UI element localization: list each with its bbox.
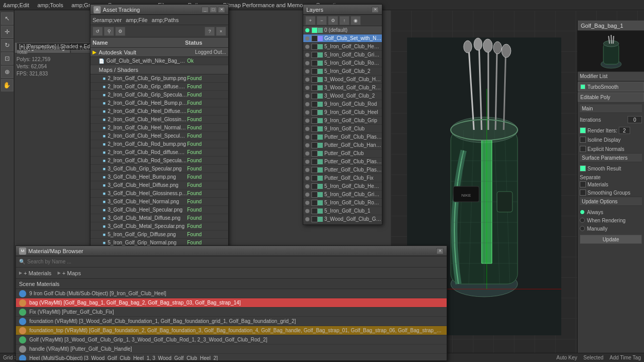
layer-cb-5[interactable] bbox=[311, 68, 318, 74]
layer-cb-14[interactable] bbox=[311, 142, 318, 148]
layer-cb-21[interactable] bbox=[311, 200, 318, 206]
close-btn[interactable]: ✕ bbox=[218, 7, 225, 13]
layer-cb-2[interactable] bbox=[311, 44, 318, 50]
mat-row-5[interactable]: Golf (VRayMtl) [3_Wood_Golf_Club_Grip_1,… bbox=[16, 335, 447, 345]
file-row-3[interactable]: ■ 2_Iron_Golf_Club_Heel_Bump.png Found bbox=[90, 99, 228, 107]
file-row-7[interactable]: ■ 2_Iron_Golf_Club_Heel_Specular.png Fou… bbox=[90, 132, 228, 140]
mat-row-7[interactable]: Heel (Multi/Sub-Object) [3_Wood_Golf_Clu… bbox=[16, 354, 447, 360]
explicit-cb[interactable] bbox=[580, 146, 586, 152]
layer-toggle-13[interactable] bbox=[318, 135, 323, 140]
layer-row-23[interactable]: 3_Wood_Golf_Club_Grip_1 bbox=[303, 215, 382, 223]
menu-amppaths[interactable]: amp;Paths bbox=[152, 17, 179, 23]
file-row-13[interactable]: ■ 3_Golf_Club_Heel_Diffuse.png Found bbox=[90, 181, 228, 189]
layer-row-11[interactable]: 9_Iron_Golf_Club_Grip bbox=[303, 117, 382, 125]
layer-cb-3[interactable] bbox=[311, 52, 318, 58]
layer-cb-22[interactable] bbox=[311, 208, 318, 214]
mat-row-3[interactable]: foundation (VRayMtl) [3_Wood_Golf_Club_f… bbox=[16, 317, 447, 326]
layer-row-22[interactable]: 5_Iron_Golf_Club_1 bbox=[303, 207, 382, 215]
file-row-9[interactable]: ■ 2_Iron_Golf_Club_Rod_diffuse.png Found bbox=[90, 148, 228, 157]
layer-cb-16[interactable] bbox=[311, 159, 318, 165]
file-row-14[interactable]: ■ 3_Golf_Club_Heel_Glossiness.png Found bbox=[90, 189, 228, 198]
file-row-1[interactable]: ■ 2_Iron_Golf_Club_Grip_diffuse.png Foun… bbox=[90, 83, 228, 91]
asset-info-btn[interactable]: × bbox=[216, 27, 226, 36]
layer-row-1[interactable]: Golf_Club_Set_with_Nike_Bag bbox=[303, 34, 382, 43]
layer-toggle-20[interactable] bbox=[318, 192, 323, 197]
layer-settings-btn[interactable]: ⚙ bbox=[328, 16, 338, 25]
toolbar-zoom[interactable]: ⊕ bbox=[1, 66, 13, 78]
materials-cb[interactable] bbox=[580, 181, 586, 187]
layer-toggle-6[interactable] bbox=[318, 77, 323, 82]
smooth-result-cb[interactable] bbox=[580, 165, 586, 172]
mat-row-1[interactable]: bag (VRayMtl) [Golf_Bag_bag_1, Golf_Bag_… bbox=[16, 298, 447, 308]
smoothing-cb[interactable] bbox=[580, 189, 586, 196]
layer-row-7[interactable]: 3_Wood_Golf_Club_Rod_2 bbox=[303, 84, 382, 92]
menu-serampver[interactable]: Seramp;ver bbox=[93, 17, 122, 23]
layer-toggle-9[interactable] bbox=[318, 102, 323, 107]
section-maps[interactable]: ▶ + Maps bbox=[58, 270, 81, 276]
file-row-16[interactable]: ■ 3_Golf_Club_Heel_Specular.png Found bbox=[90, 206, 228, 214]
layer-move-btn[interactable]: ↑ bbox=[339, 16, 349, 25]
layer-toggle-12[interactable] bbox=[318, 126, 323, 131]
layer-visibility-btn[interactable]: ◉ bbox=[351, 16, 361, 25]
file-row-0[interactable]: ■ 2_Iron_Golf_Club_Grip_bump.png Found bbox=[90, 74, 228, 83]
always-radio[interactable] bbox=[580, 209, 585, 215]
menu-ampfile[interactable]: amp;File bbox=[126, 17, 148, 23]
mat-row-6[interactable]: handle (VRayMtl) [Putter_Golf_Club_Handl… bbox=[16, 345, 447, 354]
layer-row-19[interactable]: 5_Iron_Golf_Club_Heel_1 bbox=[303, 182, 382, 190]
layer-cb-13[interactable] bbox=[311, 134, 318, 140]
layer-row-default[interactable]: 0 (default) bbox=[303, 26, 382, 34]
layer-cb-10[interactable] bbox=[311, 109, 318, 116]
layer-cb-8[interactable] bbox=[311, 93, 318, 99]
material-list[interactable]: 9 Iron Golf Club (Multi/Sub-Object) [9_I… bbox=[16, 289, 447, 360]
layer-row-14[interactable]: Putter_Golf_Club_Handle bbox=[303, 141, 382, 149]
turbosmooth-item[interactable]: TurboSmooth bbox=[578, 82, 644, 91]
ts-checkbox[interactable] bbox=[580, 84, 585, 89]
vault-row[interactable]: ▶ Autodesk Vault Logged Out... bbox=[90, 48, 228, 57]
asset-help-btn[interactable]: ? bbox=[205, 27, 215, 36]
layer-toggle-2[interactable] bbox=[318, 44, 323, 49]
search-input[interactable] bbox=[27, 259, 444, 264]
layer-row-16[interactable]: Putter_Golf_Club_Plastic_03 bbox=[303, 158, 382, 166]
layer-row-4[interactable]: 5_Iron_Golf_Club_Rod_2 bbox=[303, 59, 382, 67]
toolbar-rotate[interactable]: ↻ bbox=[1, 39, 13, 51]
layer-cb-23[interactable] bbox=[311, 216, 318, 222]
menu-edit[interactable]: &amp;Edit bbox=[2, 2, 30, 8]
editable-poly-item[interactable]: Editable Poly bbox=[578, 92, 644, 102]
layer-cb-6[interactable] bbox=[311, 77, 318, 83]
main-file-row[interactable]: 📄 Golf_Club_Set_with_Nike_Bag_max_vray.m… bbox=[90, 57, 228, 65]
mat-row-0[interactable]: 9 Iron Golf Club (Multi/Sub-Object) [9_I… bbox=[16, 289, 447, 298]
menu-tools[interactable]: amp;Tools bbox=[36, 2, 64, 8]
layer-row-15[interactable]: Putter_Golf_Club bbox=[303, 149, 382, 158]
layer-toggle-8[interactable] bbox=[318, 93, 323, 99]
file-row-18[interactable]: ■ 3_Golf_Club_Metal_Specular.png Found bbox=[90, 222, 228, 231]
file-row-5[interactable]: ■ 2_Iron_Golf_Club_Heel_Glossiness.png F… bbox=[90, 116, 228, 124]
layers-list[interactable]: 0 (default) Golf_Club_Set_with_Nike_Bag … bbox=[303, 26, 382, 224]
layer-row-13[interactable]: Putter_Golf_Club_Plastic_02 bbox=[303, 133, 382, 141]
layer-cb-19[interactable] bbox=[311, 183, 318, 189]
mat-row-4[interactable]: foundation_top (VRayMtl) [Golf_Bag_found… bbox=[16, 326, 447, 335]
asset-list[interactable]: ▶ Autodesk Vault Logged Out... 📄 Golf_Cl… bbox=[90, 48, 228, 247]
maximize-btn[interactable]: □ bbox=[210, 7, 217, 13]
layer-row-17[interactable]: Putter_Golf_Club_Plastic_01 bbox=[303, 166, 382, 174]
toolbar-scale[interactable]: ⊡ bbox=[1, 52, 13, 65]
layer-row-20[interactable]: 5_Iron_Golf_Club_Grip_1 bbox=[303, 190, 382, 199]
file-row-4[interactable]: ■ 2_Iron_Golf_Club_Heel_Diffuse.png Foun… bbox=[90, 107, 228, 116]
layer-cb-11[interactable] bbox=[311, 118, 318, 124]
layer-toggle-0[interactable] bbox=[318, 28, 323, 33]
file-row-6[interactable]: ■ 2_Iron_Golf_Club_Heel_Normal.png Found bbox=[90, 124, 228, 132]
layer-cb-12[interactable] bbox=[311, 126, 318, 132]
layer-row-2[interactable]: 5_Iron_Golf_Club_Heel_2 bbox=[303, 43, 382, 51]
layer-toggle-16[interactable] bbox=[318, 159, 323, 164]
asset-refresh-btn[interactable]: ↺ bbox=[93, 27, 103, 36]
mat-row-2[interactable]: Fix (VRayMtl) [Putter_Golf_Club_Fix] bbox=[16, 308, 447, 317]
file-row-8[interactable]: ■ 2_Iron_Golf_Club_Rod_bump.png Found bbox=[90, 140, 228, 148]
section-materials[interactable]: ▶ + Materials bbox=[19, 270, 51, 276]
layer-row-6[interactable]: 3_Wood_Golf_Club_Heel_2 bbox=[303, 75, 382, 84]
file-row-17[interactable]: ■ 3_Golf_Club_Metal_Diffuse.png Found bbox=[90, 214, 228, 222]
manually-radio[interactable] bbox=[580, 226, 585, 231]
asset-resolve-btn[interactable]: ⚲ bbox=[104, 27, 114, 36]
layer-row-5[interactable]: 5_Iron_Golf_Club_2 bbox=[303, 67, 382, 75]
layer-cb-15[interactable] bbox=[311, 150, 318, 157]
layer-cb-17[interactable] bbox=[311, 167, 318, 173]
update-button[interactable]: Update bbox=[580, 235, 642, 244]
